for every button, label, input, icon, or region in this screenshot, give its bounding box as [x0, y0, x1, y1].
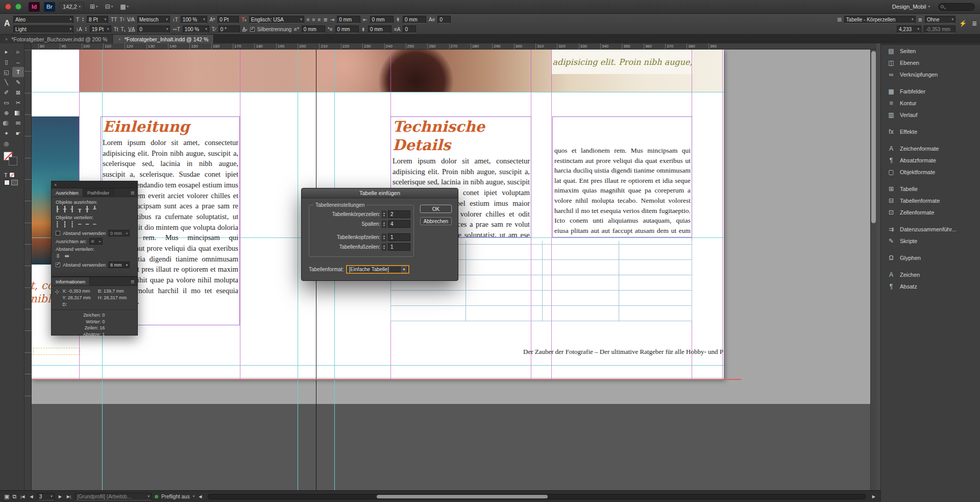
dock-item[interactable]: ⇉ Datenzusammenführ... — [881, 223, 980, 235]
document-tab[interactable]: ×*Fotoratgeber_Inhalt.indd @ 142 % — [113, 35, 214, 43]
horizontal-scrollbar[interactable] — [208, 494, 866, 499]
dock-item[interactable]: ▢ Objektformate — [881, 166, 980, 178]
stroke-swatch[interactable] — [9, 157, 17, 165]
distribute-icon[interactable]: ┉ — [78, 221, 82, 228]
indent-first-field[interactable]: 0 mm — [302, 26, 325, 33]
align-icon[interactable]: ╂ — [86, 206, 89, 212]
close-tab-icon[interactable]: × — [5, 37, 8, 42]
close-panel-icon[interactable]: × — [54, 182, 57, 187]
scroll-right-button[interactable]: ▶ — [871, 494, 876, 499]
stepper[interactable]: ▲▼ — [382, 234, 386, 241]
align-icon[interactable]: ┰ — [78, 206, 82, 212]
distribute-icon[interactable]: ┋ — [70, 221, 74, 228]
dock-item[interactable]: Ω Glyphen — [881, 252, 980, 264]
stepper[interactable]: ▲▼ — [382, 211, 386, 218]
x-position-field[interactable]: -0,353 mm — [924, 26, 955, 33]
eyedropper-tool[interactable]: ✦ — [1, 128, 12, 138]
dock-item[interactable]: ≡ Kontur — [881, 97, 980, 109]
align-to-select[interactable]: ⧈▾ — [89, 238, 103, 245]
last-page-button[interactable]: ▶| — [66, 494, 72, 499]
view-options-icon[interactable]: ⊞▾ — [88, 3, 100, 10]
distribute-spacing-icon[interactable]: ⇹ — [64, 253, 69, 259]
character-formatting-icon[interactable]: A — [4, 19, 10, 28]
baseline-shift-field[interactable]: 0 Pt — [217, 16, 239, 23]
stroke-type-select[interactable]: Ohne▾ — [925, 16, 955, 23]
font-size-stepper[interactable]: ▲▼ — [82, 17, 84, 22]
use-spacing-checkbox[interactable] — [56, 231, 60, 235]
align-icon[interactable]: ┸ — [93, 206, 96, 212]
apply-none-swatch[interactable] — [9, 172, 15, 178]
cell-style-select[interactable]: Tabelle - Körperzellen▾ — [844, 16, 916, 23]
stepper[interactable]: ▲▼ — [382, 221, 386, 228]
pencil-tool[interactable]: ✐ — [1, 87, 12, 98]
vertical-ruler[interactable]: 1501601701801902002102202302402502602702… — [24, 50, 32, 490]
tracking-field[interactable]: 0▾ — [137, 26, 170, 33]
chevron-down-icon[interactable]: ▼ — [400, 266, 407, 273]
page-tool[interactable]: ▯ — [1, 57, 12, 67]
dropcap-chars-field[interactable]: 0 — [403, 26, 416, 33]
stepper[interactable]: ▲▼ — [382, 244, 386, 251]
panel-menu-icon[interactable]: ≣ — [972, 20, 977, 27]
dock-item[interactable]: ¶ Absatz — [881, 280, 980, 292]
space-after-field[interactable]: 0 mm — [368, 26, 391, 33]
distribute-icon[interactable]: ┇ — [63, 221, 67, 228]
indent-right-field[interactable]: 0 mm — [370, 16, 394, 23]
previous-page-button[interactable]: ◀ — [29, 494, 34, 499]
column-guide[interactable] — [722, 50, 723, 379]
preflight-profile-select[interactable]: [Grundprofil] (Arbeitsb...▾ — [75, 493, 152, 500]
fill-stroke-indicator[interactable] — [4, 152, 19, 167]
character-color-icon[interactable]: T▾ — [241, 17, 247, 22]
save-preview-icon[interactable]: ⧉ — [12, 493, 16, 500]
pen-tool[interactable]: ✎ — [12, 77, 24, 87]
underline-icon[interactable]: A̲▾ — [242, 27, 248, 32]
justify-icon[interactable]: ≣ — [323, 17, 327, 22]
zoom-tool[interactable]: ◎ — [1, 138, 12, 149]
table-format-select[interactable]: [Einfache Tabelle] ▼ — [346, 265, 409, 274]
horizontal-scrollbar-thumb[interactable] — [377, 495, 548, 498]
align-icon[interactable]: ┨ — [70, 206, 74, 212]
space-before-field[interactable]: 0 mm — [403, 16, 426, 23]
hand-tool[interactable]: ☛ — [12, 128, 24, 138]
ruler-guide-horizontal[interactable] — [32, 92, 724, 92]
all-caps-icon[interactable]: TT — [111, 17, 117, 22]
horizontal-scale-field[interactable]: 100 %▾ — [183, 26, 209, 33]
font-family-select[interactable]: Aleo▾ — [13, 16, 74, 23]
leading-field[interactable]: 19 Pt▾ — [90, 26, 111, 33]
workspace-switcher[interactable]: Design_Mobil▾ — [892, 4, 930, 10]
language-select[interactable]: Englisch: USA▾ — [249, 16, 304, 23]
dock-item[interactable]: fx Effekte — [881, 126, 980, 137]
direct-selection-tool[interactable]: ▹ — [12, 46, 24, 57]
ruler-guide-vertical[interactable] — [298, 50, 298, 490]
distribute-spacing-icon[interactable]: ⇳ — [56, 253, 60, 259]
dock-item[interactable]: ▤ Seiten — [881, 45, 980, 57]
close-window-button[interactable] — [5, 4, 11, 10]
hero-caption-frame[interactable]: adipisicing elit. Proin nibh augue, — [552, 50, 693, 74]
view-mode-icon[interactable] — [11, 180, 18, 185]
align-icon[interactable]: ╂ — [63, 206, 67, 212]
zoom-window-button[interactable] — [15, 4, 21, 10]
font-style-select[interactable]: Light▾ — [13, 26, 74, 33]
gpu-performance-icon[interactable]: ⚡ — [959, 20, 967, 27]
ruler-origin[interactable] — [24, 43, 32, 50]
next-page-button[interactable]: ▶ — [58, 494, 63, 499]
leading-stepper[interactable]: ▲▼ — [85, 27, 87, 32]
scissors-tool[interactable]: ✂ — [12, 98, 24, 108]
indent-left-field[interactable]: 0 mm — [337, 16, 360, 23]
first-page-button[interactable]: |◀ — [19, 494, 26, 499]
dock-item[interactable]: A Zeichenformate — [881, 142, 980, 154]
dropcap-lines-field[interactable]: 0 — [437, 16, 451, 23]
font-size-field[interactable]: 8 Pt▾ — [87, 16, 108, 23]
rectangle-frame-tool[interactable]: ⊠ — [12, 87, 24, 98]
value-field[interactable]: 4 — [388, 220, 410, 228]
dock-item[interactable]: ⊟ Tabellenformate — [881, 195, 980, 206]
spacing-field-disabled[interactable]: 0 mm▾ — [108, 230, 130, 236]
zoom-level-select[interactable]: 142,2▾ — [59, 2, 84, 11]
tab-ausrichten[interactable]: Ausrichten — [52, 188, 83, 197]
dock-item[interactable]: ⊞ Tabelle — [881, 183, 980, 195]
tab-informationen[interactable]: Informationen — [52, 277, 90, 285]
vertical-scale-field[interactable]: 100 %▾ — [181, 16, 207, 23]
dock-item[interactable]: A Zeichen — [881, 269, 980, 280]
align-icon[interactable]: ┠ — [56, 206, 59, 212]
text-frame-col3[interactable]: quos et landionem rem. Mus mincipsam qui… — [552, 116, 692, 237]
document-tab[interactable]: ×*Fotoratgeber_Buchcover.indd @ 200 % — [0, 35, 113, 43]
